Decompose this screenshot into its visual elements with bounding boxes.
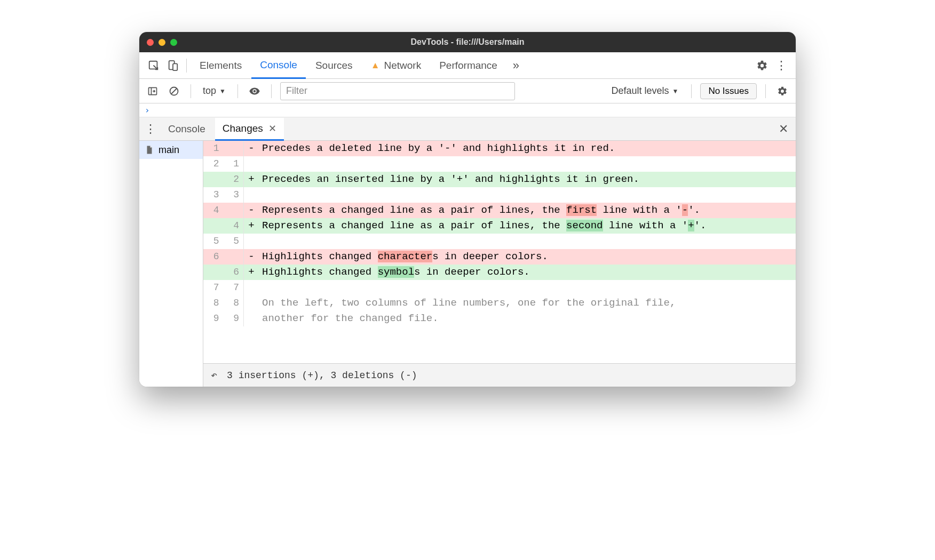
tab-console-label: Console — [260, 59, 297, 71]
diff-row: 6-Highlights changed characters in deepe… — [203, 249, 796, 265]
tab-elements[interactable]: Elements — [191, 52, 250, 78]
file-item[interactable]: main — [139, 141, 203, 159]
new-line-number: 7 — [224, 280, 244, 295]
log-levels-label: Default levels — [611, 85, 669, 97]
line-gutter: 4 — [203, 203, 244, 218]
titlebar: DevTools - file:///Users/main — [139, 32, 796, 52]
divider — [186, 59, 187, 73]
new-line-number — [224, 141, 244, 156]
divider — [691, 84, 692, 98]
diff-row: 99another for the changed file. — [203, 311, 796, 326]
diff-content — [259, 156, 796, 172]
issues-button[interactable]: No Issues — [700, 83, 757, 99]
divider — [271, 84, 272, 98]
close-drawer-icon[interactable]: ✕ — [774, 122, 793, 136]
diff-row: 88On the left, two columns of line numbe… — [203, 295, 796, 311]
old-line-number: 1 — [203, 141, 224, 156]
more-tabs-button[interactable]: » — [507, 57, 525, 75]
diff-column: 1-Precedes a deleted line by a '-' and h… — [203, 141, 796, 387]
console-settings-icon[interactable] — [774, 83, 790, 99]
divider — [191, 84, 191, 98]
diff-marker: - — [244, 249, 259, 265]
execution-context-label: top — [203, 85, 216, 97]
diff-marker — [244, 311, 259, 326]
old-line-number: 6 — [203, 249, 224, 265]
diff-marker: - — [244, 203, 259, 218]
settings-icon[interactable] — [753, 57, 771, 75]
new-line-number: 5 — [224, 234, 244, 249]
old-line-number: 2 — [203, 156, 224, 172]
log-levels-select[interactable]: Default levels ▼ — [607, 85, 683, 97]
kebab-menu-icon[interactable]: ⋮ — [772, 57, 790, 75]
tab-console[interactable]: Console — [251, 53, 306, 79]
new-line-number: 1 — [224, 156, 244, 172]
diff-marker — [244, 280, 259, 295]
warning-icon: ▲ — [371, 60, 380, 71]
live-expression-icon[interactable] — [247, 83, 263, 99]
tab-sources[interactable]: Sources — [307, 52, 361, 78]
main-tab-strip: Elements Console Sources ▲ Network Perfo… — [139, 52, 796, 79]
old-line-number — [203, 172, 224, 187]
revert-icon[interactable]: ↶ — [211, 369, 217, 382]
line-gutter: 2 — [203, 172, 244, 187]
diff-row: 1-Precedes a deleted line by a '-' and h… — [203, 141, 796, 156]
line-gutter: 33 — [203, 187, 244, 203]
diff-content: Highlights changed characters in deeper … — [259, 249, 796, 265]
close-tab-icon[interactable]: ✕ — [268, 123, 276, 134]
diff-marker — [244, 187, 259, 203]
tab-elements-label: Elements — [200, 60, 242, 71]
diff-row: 77 — [203, 280, 796, 295]
old-line-number — [203, 265, 224, 280]
diff-row: 2+Precedes an inserted line by a '+' and… — [203, 172, 796, 187]
minimize-window-button[interactable] — [159, 39, 165, 46]
diff-row: 33 — [203, 187, 796, 203]
device-toolbar-icon[interactable] — [164, 57, 182, 75]
tab-network-label: Network — [384, 60, 421, 71]
old-line-number: 4 — [203, 203, 224, 218]
new-line-number: 9 — [224, 311, 244, 326]
old-line-number — [203, 218, 224, 234]
file-icon — [145, 144, 154, 156]
diff-marker: + — [244, 172, 259, 187]
drawer-tab-changes[interactable]: Changes ✕ — [215, 118, 284, 141]
new-line-number: 6 — [224, 265, 244, 280]
divider — [237, 84, 238, 98]
console-toolbar: top ▼ Default levels ▼ No Issues — [139, 79, 796, 103]
old-line-number: 8 — [203, 295, 224, 311]
diff-row: 4-Represents a changed line as a pair of… — [203, 203, 796, 218]
execution-context-select[interactable]: top ▼ — [200, 85, 229, 97]
sidebar-toggle-icon[interactable] — [145, 83, 161, 99]
maximize-window-button[interactable] — [170, 39, 177, 46]
line-gutter: 77 — [203, 280, 244, 295]
diff-row: 55 — [203, 234, 796, 249]
drawer-tab-console[interactable]: Console — [161, 117, 213, 140]
tab-network[interactable]: ▲ Network — [362, 52, 430, 78]
diff-marker — [244, 234, 259, 249]
tab-performance-label: Performance — [439, 60, 497, 71]
tab-performance[interactable]: Performance — [431, 52, 506, 78]
diff-content: Highlights changed symbols in deeper col… — [259, 265, 796, 280]
filter-input[interactable] — [280, 82, 515, 100]
new-line-number: 2 — [224, 172, 244, 187]
diff-marker: - — [244, 141, 259, 156]
diff-content: Precedes a deleted line by a '-' and hig… — [259, 141, 796, 156]
clear-console-icon[interactable] — [166, 83, 182, 99]
drawer-menu-icon[interactable]: ⋮ — [142, 122, 159, 136]
devtools-window: DevTools - file:///Users/main Elements C… — [139, 32, 796, 387]
close-window-button[interactable] — [147, 39, 154, 46]
new-line-number: 8 — [224, 295, 244, 311]
window-controls — [147, 39, 177, 46]
line-gutter: 88 — [203, 295, 244, 311]
inspect-element-icon[interactable] — [145, 57, 163, 75]
line-gutter: 55 — [203, 234, 244, 249]
window-title: DevTools - file:///Users/main — [139, 37, 796, 47]
svg-rect-2 — [173, 63, 177, 70]
diff-marker: + — [244, 218, 259, 234]
diff-view[interactable]: 1-Precedes a deleted line by a '-' and h… — [203, 141, 796, 363]
diff-marker — [244, 156, 259, 172]
console-prompt[interactable]: › — [139, 103, 796, 117]
new-line-number — [224, 249, 244, 265]
drawer-tab-console-label: Console — [168, 123, 205, 135]
new-line-number — [224, 203, 244, 218]
diff-content — [259, 187, 796, 203]
